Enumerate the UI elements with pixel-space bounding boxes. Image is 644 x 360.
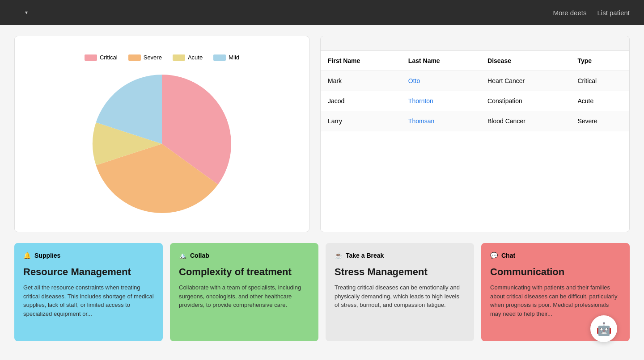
navbar-dropdown[interactable] <box>25 9 28 16</box>
table-cell: Heart Cancer <box>480 71 570 91</box>
card-header: ☕ Take a Break <box>335 252 465 259</box>
card-text: Communicating with patients and their fa… <box>490 283 621 318</box>
robot-icon: 🤖 <box>596 322 612 336</box>
col-header: First Name <box>321 51 401 71</box>
table-row: MarkOttoHeart CancerCritical <box>321 71 629 91</box>
legend-color <box>85 54 97 61</box>
main-content: CriticalSevereAcuteMild First NameLast N… <box>0 25 644 352</box>
card-title: Stress Management <box>335 266 465 278</box>
stats-card: CriticalSevereAcuteMild <box>14 36 309 232</box>
card-text: Get all the resource constraints when tr… <box>23 283 154 318</box>
patient-info-header <box>321 36 629 51</box>
legend-item-critical: Critical <box>85 54 118 61</box>
patient-table-head: First NameLast NameDiseaseType <box>321 51 629 71</box>
legend-color <box>128 54 141 61</box>
card-icon: ☕ <box>335 252 342 259</box>
card-header-label: Chat <box>501 252 515 259</box>
legend-color <box>173 54 185 61</box>
card-title: Resource Management <box>23 266 154 278</box>
card-header: 🔔 Supplies <box>23 252 154 259</box>
table-cell: Blood Cancer <box>480 111 570 131</box>
table-cell: Jacod <box>321 91 401 111</box>
table-row: JacodThorntonConstipationAcute <box>321 91 629 111</box>
patient-table-header-row: First NameLast NameDiseaseType <box>321 51 629 71</box>
legend-color <box>213 54 226 61</box>
card-icon: 🏔️ <box>179 252 186 259</box>
card-header-label: Take a Break <box>346 252 384 259</box>
robot-button[interactable]: 🤖 <box>590 315 617 342</box>
legend-label: Severe <box>144 54 162 61</box>
table-row: LarryThomsanBlood CancerSevere <box>321 111 629 131</box>
top-row: CriticalSevereAcuteMild First NameLast N… <box>14 36 630 232</box>
card-title: Communication <box>490 266 621 278</box>
legend-item-mild: Mild <box>213 54 239 61</box>
table-cell: Severe <box>570 111 629 131</box>
card-header-label: Supplies <box>34 252 60 259</box>
card-icon: 🔔 <box>23 252 31 259</box>
bottom-row: 🔔 Supplies Resource Management Get all t… <box>14 243 630 341</box>
col-header: Disease <box>480 51 570 71</box>
legend-label: Critical <box>100 54 118 61</box>
navbar-left <box>14 9 28 16</box>
card-supplies[interactable]: 🔔 Supplies Resource Management Get all t… <box>14 243 163 341</box>
table-cell: Acute <box>570 91 629 111</box>
card-collab[interactable]: 🏔️ Collab Complexity of treatment Collab… <box>170 243 318 341</box>
legend-item-acute: Acute <box>173 54 203 61</box>
patient-info-card: First NameLast NameDiseaseType MarkOttoH… <box>320 36 630 232</box>
card-header-label: Collab <box>190 252 209 259</box>
col-header: Last Name <box>401 51 480 71</box>
card-break[interactable]: ☕ Take a Break Stress Management Treatin… <box>326 243 474 341</box>
table-cell[interactable]: Otto <box>401 71 480 91</box>
patient-table-body: MarkOttoHeart CancerCriticalJacodThornto… <box>321 71 629 131</box>
col-header: Type <box>570 51 629 71</box>
table-cell: Critical <box>570 71 629 91</box>
table-cell: Mark <box>321 71 401 91</box>
navbar-link-more-deets[interactable]: More deets <box>553 9 586 17</box>
card-title: Complexity of treatment <box>179 266 309 278</box>
navbar: More deets List patient <box>0 0 644 25</box>
legend-item-severe: Severe <box>128 54 162 61</box>
card-text: Collaborate with a team of specialists, … <box>179 283 309 310</box>
table-cell: Constipation <box>480 91 570 111</box>
patient-table: First NameLast NameDiseaseType MarkOttoH… <box>321 51 629 131</box>
legend-label: Mild <box>229 54 239 61</box>
table-cell[interactable]: Thomsan <box>401 111 480 131</box>
card-header: 💬 Chat <box>490 252 621 259</box>
table-cell[interactable]: Thornton <box>401 91 480 111</box>
table-cell: Larry <box>321 111 401 131</box>
stats-legend: CriticalSevereAcuteMild <box>25 54 298 61</box>
pie-chart <box>86 68 238 220</box>
navbar-link-list-patient[interactable]: List patient <box>597 9 630 17</box>
card-text: Treating critical diseases can be emotio… <box>335 283 465 310</box>
legend-label: Acute <box>188 54 203 61</box>
card-header: 🏔️ Collab <box>179 252 309 259</box>
pie-container <box>25 68 298 220</box>
card-icon: 💬 <box>490 252 498 259</box>
navbar-right: More deets List patient <box>553 9 630 17</box>
